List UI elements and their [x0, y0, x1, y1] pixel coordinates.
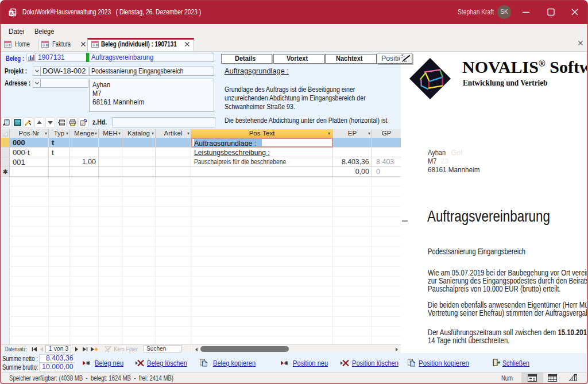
svg-text:A: A — [10, 11, 13, 16]
